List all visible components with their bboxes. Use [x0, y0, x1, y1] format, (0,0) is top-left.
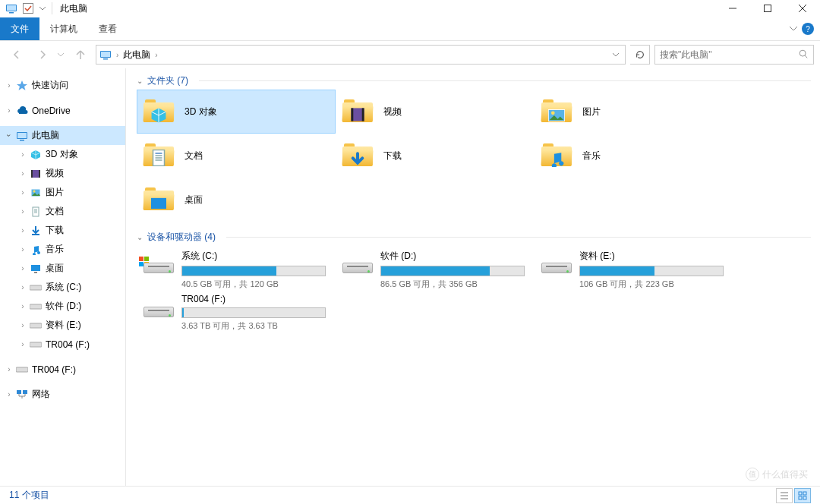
caret-right-icon[interactable]: › — [17, 321, 29, 329]
sidebar-item-3d[interactable]: ›3D 对象 — [0, 145, 125, 164]
caret-right-icon[interactable]: › — [17, 226, 29, 235]
caret-right-icon[interactable]: › — [3, 106, 15, 115]
folder-tile-3d[interactable]: 3D 对象 — [137, 90, 336, 134]
close-button[interactable] — [785, 0, 820, 17]
sidebar-item-this-pc[interactable]: › 此电脑 — [0, 126, 125, 145]
nav-back-button[interactable] — [6, 44, 27, 65]
sidebar-item-drive-c[interactable]: ›系统 (C:) — [0, 278, 125, 297]
address-bar[interactable]: › 此电脑 › — [96, 45, 626, 65]
caret-right-icon[interactable]: › — [3, 365, 15, 373]
address-segment[interactable]: 此电脑 — [121, 49, 152, 61]
qat-dropdown-icon[interactable] — [38, 2, 47, 15]
ribbon-tab-file[interactable]: 文件 — [0, 17, 39, 40]
caret-right-icon[interactable]: › — [3, 81, 15, 90]
sidebar-item-documents[interactable]: ›文档 — [0, 202, 125, 221]
caret-right-icon[interactable]: › — [17, 207, 29, 216]
sidebar-item-drive-d[interactable]: ›软件 (D:) — [0, 297, 125, 316]
ribbon-tab-view[interactable]: 查看 — [88, 17, 128, 40]
folder-tile-videos[interactable]: 视频 — [336, 90, 535, 134]
sidebar-item-network[interactable]: ›网络 — [0, 385, 125, 404]
sidebar-item-desktop[interactable]: ›桌面 — [0, 259, 125, 278]
caret-right-icon[interactable]: › — [17, 150, 29, 159]
caret-right-icon[interactable]: › — [17, 302, 29, 310]
drive-tile[interactable]: TR004 (F:)3.63 TB 可用，共 3.63 TB — [137, 290, 336, 334]
minimize-button[interactable] — [715, 0, 750, 17]
folder-tile-downloads[interactable]: 下载 — [336, 134, 535, 178]
drive-tile[interactable]: 系统 (C:)40.5 GB 可用，共 120 GB — [137, 246, 336, 290]
caret-right-icon[interactable]: › — [17, 169, 29, 178]
caret-down-icon[interactable]: › — [5, 130, 13, 142]
sidebar-item-music[interactable]: ›音乐 — [0, 240, 125, 259]
svg-point-43 — [551, 112, 555, 115]
folder-tile-pictures[interactable]: 图片 — [535, 90, 733, 134]
sidebar-label: 下载 — [46, 224, 64, 237]
caret-right-icon[interactable]: › — [17, 188, 29, 197]
drive-name: 软件 (D:) — [380, 250, 525, 263]
svg-rect-5 — [765, 5, 771, 12]
sidebar-item-quick-access[interactable]: › 快速访问 — [0, 76, 125, 95]
address-separator-icon[interactable]: › — [113, 51, 121, 59]
drive-capacity-bar — [579, 266, 724, 276]
view-details-button[interactable] — [776, 488, 793, 503]
refresh-button[interactable] — [630, 45, 650, 65]
svg-rect-59 — [799, 496, 802, 499]
sidebar-item-tr004-external[interactable]: ›TR004 (F:) — [0, 360, 125, 379]
view-tiles-button[interactable] — [794, 488, 811, 503]
music-icon — [29, 243, 43, 257]
drive-icon — [29, 281, 43, 295]
svg-rect-41 — [362, 108, 364, 121]
sidebar-item-downloads[interactable]: ›下载 — [0, 221, 125, 240]
maximize-button[interactable] — [750, 0, 785, 17]
sidebar-item-drive-e[interactable]: ›资料 (E:) — [0, 316, 125, 335]
search-box[interactable] — [654, 45, 814, 65]
svg-rect-21 — [33, 207, 39, 216]
svg-point-20 — [33, 190, 36, 192]
caret-right-icon[interactable]: › — [3, 390, 15, 398]
svg-rect-10 — [103, 58, 108, 60]
address-separator-icon[interactable]: › — [152, 51, 160, 59]
svg-rect-33 — [17, 390, 21, 394]
sidebar-item-pictures[interactable]: ›图片 — [0, 183, 125, 202]
cube-icon — [29, 148, 43, 162]
caret-right-icon[interactable]: › — [17, 340, 29, 348]
ribbon-tab-computer[interactable]: 计算机 — [39, 17, 88, 40]
nav-history-dropdown-icon[interactable] — [58, 49, 65, 60]
search-input[interactable] — [660, 49, 798, 60]
drive-tile[interactable]: 软件 (D:)86.5 GB 可用，共 356 GB — [336, 246, 535, 290]
folder-tile-desktop[interactable]: 桌面 — [137, 178, 336, 222]
nav-forward-button[interactable] — [32, 44, 53, 65]
sidebar-item-drive-f[interactable]: ›TR004 (F:) — [0, 335, 125, 354]
sidebar-item-onedrive[interactable]: › OneDrive — [0, 101, 125, 120]
folder-tile-music[interactable]: 音乐 — [535, 134, 733, 178]
nav-up-button[interactable] — [70, 44, 91, 65]
caret-down-icon[interactable]: ⌄ — [137, 233, 143, 241]
qat-checkbox-icon[interactable] — [21, 2, 35, 15]
folder-downloads-icon — [339, 137, 376, 174]
watermark-badge-icon: 值 — [746, 468, 759, 481]
drive-icon — [140, 295, 177, 329]
group-header-folders[interactable]: ⌄ 文件夹 (7) — [126, 71, 820, 90]
caret-down-icon[interactable]: ⌄ — [137, 77, 143, 85]
svg-rect-17 — [31, 170, 33, 178]
help-icon[interactable]: ? — [802, 23, 814, 35]
folder-tile-documents[interactable]: 文档 — [137, 134, 336, 178]
svg-rect-50 — [139, 257, 144, 261]
search-icon[interactable] — [798, 49, 809, 61]
sidebar-label: 系统 (C:) — [46, 281, 81, 294]
app-icon — [5, 2, 18, 15]
caret-right-icon[interactable]: › — [17, 264, 29, 272]
picture-icon — [29, 186, 43, 200]
cloud-icon — [15, 104, 29, 118]
caret-right-icon[interactable]: › — [17, 283, 29, 291]
ribbon-expand-caret-icon[interactable] — [790, 24, 797, 34]
drive-tile[interactable]: 资料 (E:)106 GB 可用，共 223 GB — [535, 246, 733, 290]
caret-right-icon[interactable]: › — [17, 245, 29, 254]
folder-name: 视频 — [383, 106, 402, 118]
sidebar-item-videos[interactable]: ›视频 — [0, 164, 125, 183]
ribbon: 文件 计算机 查看 ? — [0, 17, 820, 41]
svg-rect-30 — [30, 323, 42, 328]
address-dropdown-icon[interactable] — [608, 49, 623, 60]
group-header-drives[interactable]: ⌄ 设备和驱动器 (4) — [126, 228, 820, 246]
folder-name: 下载 — [383, 150, 402, 162]
group-title: 设备和驱动器 (4) — [147, 231, 216, 244]
